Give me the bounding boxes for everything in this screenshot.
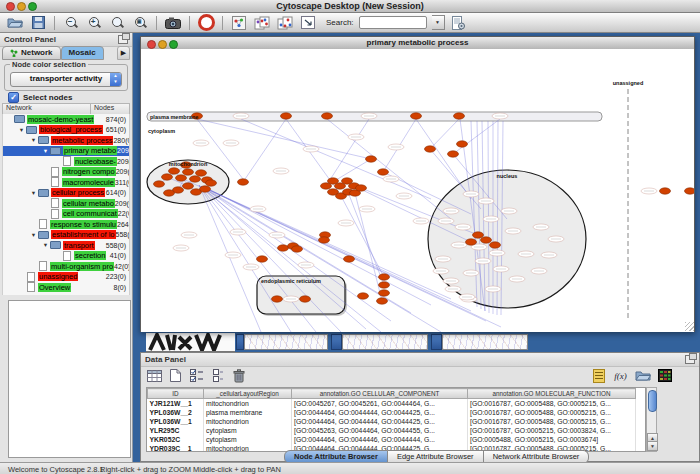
tree-row-cellular-process[interactable]: ▼cellular process614(0) xyxy=(3,188,129,199)
scroll-down-button[interactable]: ▼ xyxy=(647,441,658,451)
edge[interactable] xyxy=(326,119,369,186)
cell[interactable]: [GO:0045267, GO:0045261, GO:0044464, G..… xyxy=(292,399,468,409)
search-input[interactable] xyxy=(359,16,427,29)
network-node[interactable] xyxy=(154,181,165,187)
tree-row-biological-process[interactable]: ▼biological_process651(0) xyxy=(3,125,129,136)
expander-icon[interactable]: ▼ xyxy=(41,242,50,248)
tab-network[interactable]: Network xyxy=(2,46,61,60)
table-row-ypl036w-1[interactable]: YPL036W__1mitochondrion[GO:0044464, GO:0… xyxy=(148,417,636,426)
cell[interactable]: mitochondrion xyxy=(204,399,292,409)
network-node[interactable] xyxy=(183,169,194,175)
network-node[interactable] xyxy=(176,175,187,181)
cell[interactable]: [GO:0016787, GO:0005488, GO:0005215, G..… xyxy=(468,399,636,409)
network-node[interactable] xyxy=(322,113,333,119)
network-node[interactable] xyxy=(200,186,211,192)
network-node[interactable] xyxy=(272,296,283,302)
annotation-button[interactable] xyxy=(299,14,317,31)
cell[interactable]: YDR039C__1 xyxy=(148,444,204,452)
network-node[interactable] xyxy=(183,183,194,189)
network-node[interactable] xyxy=(169,168,180,174)
network-node[interactable] xyxy=(466,239,477,245)
table-row-ykr052c[interactable]: YKR052Ccytoplasm[GO:0044464, GO:0044446,… xyxy=(148,435,636,444)
cell[interactable]: mitochondrion xyxy=(204,417,292,426)
float-window-icon[interactable] xyxy=(118,35,128,44)
network-node[interactable] xyxy=(457,141,468,147)
attribute-table[interactable]: ID_cellularLayoutRegionannotation.GO CEL… xyxy=(146,387,646,452)
formula-button[interactable]: f(x) xyxy=(612,367,629,384)
tree-row-overview[interactable]: Overview8(0) xyxy=(3,282,129,293)
table-row-yjr121w-1[interactable]: YJR121W__1mitochondrion[GO:0045267, GO:0… xyxy=(148,399,636,409)
tree-row-multi-organism-pro[interactable]: multi-organism pro42(0) xyxy=(3,261,129,272)
network-node[interactable] xyxy=(278,245,289,251)
network-node[interactable] xyxy=(454,113,465,119)
network-node[interactable] xyxy=(660,188,671,194)
cell[interactable]: YKR052C xyxy=(148,435,204,444)
column-header-annotation-go-molecular-function[interactable]: annotation.GO MOLECULAR_FUNCTION xyxy=(468,389,636,399)
cell[interactable]: [GO:0005488, GO:0005215, GO:0003674] xyxy=(468,435,636,444)
network-node[interactable] xyxy=(473,232,484,238)
expander-icon[interactable]: ▼ xyxy=(29,232,38,238)
network-node[interactable] xyxy=(206,180,217,186)
import-attributes-button[interactable] xyxy=(634,367,651,384)
tree-row-nitrogen-compo[interactable]: nitrogen compo209(0) xyxy=(3,167,129,178)
network-node[interactable] xyxy=(344,256,355,262)
network-node[interactable] xyxy=(356,185,367,191)
zoom-out-button[interactable]: − xyxy=(62,14,80,31)
table-scrollbar[interactable]: ▲ ▼ xyxy=(646,387,657,452)
select-attributes-button[interactable] xyxy=(146,367,163,384)
tree-row-metabolic-process[interactable]: ▼metabolic process280(0) xyxy=(3,135,129,146)
network-node[interactable] xyxy=(379,274,390,280)
expander-icon[interactable]: ▼ xyxy=(29,190,38,196)
tree-row-transport[interactable]: ▼transport558(0) xyxy=(3,240,129,251)
cell[interactable]: YPL036W__1 xyxy=(148,417,204,426)
cell[interactable]: [GO:0044464, GO:0044444, GO:0044425, G..… xyxy=(292,408,468,417)
column-header-annotation-go-cellular-component[interactable]: annotation.GO CELLULAR_COMPONENT xyxy=(292,389,468,399)
network-node[interactable] xyxy=(490,242,501,248)
background-window-titlebar[interactable] xyxy=(431,334,442,350)
tab-mosaic[interactable]: Mosaic xyxy=(61,46,104,60)
column-header-cellularlayoutregion[interactable]: _cellularLayoutRegion xyxy=(204,389,292,399)
network-node[interactable] xyxy=(190,176,201,182)
network-node[interactable] xyxy=(196,170,207,176)
network-node[interactable] xyxy=(319,237,330,243)
background-window-sliver[interactable] xyxy=(146,333,235,352)
save-button[interactable] xyxy=(29,14,47,31)
network-node[interactable] xyxy=(238,179,249,185)
help-button[interactable] xyxy=(197,14,215,31)
cell[interactable]: cytoplasm xyxy=(204,435,292,444)
column-header-id[interactable]: ID xyxy=(148,389,204,399)
tree-row-cellular-metabo[interactable]: cellular metabo209(0) xyxy=(3,198,129,209)
network-node[interactable] xyxy=(358,293,369,299)
snapshot-button[interactable] xyxy=(164,14,182,31)
cell[interactable]: [GO:0045263, GO:0044464, GO:0044455, G..… xyxy=(292,426,468,435)
cell[interactable]: YLR295C xyxy=(148,426,204,435)
float-window-icon[interactable] xyxy=(685,355,695,364)
tree-row-nucleobase[interactable]: nucleobase-209(0) xyxy=(3,156,129,167)
scrollbar-thumb[interactable] xyxy=(648,390,657,412)
network-node[interactable] xyxy=(481,237,492,243)
birds-eye-view[interactable] xyxy=(8,300,131,458)
network-node[interactable] xyxy=(377,298,388,304)
tree-row-unassigned[interactable]: unassigned223(0) xyxy=(3,272,129,283)
background-window-sliver[interactable] xyxy=(244,334,328,350)
network-node[interactable] xyxy=(162,174,173,180)
network-node[interactable] xyxy=(425,146,436,152)
zoom-selected-button[interactable]: ▣ xyxy=(131,14,149,31)
zoom-fit-button[interactable] xyxy=(108,14,126,31)
attribute-list-button[interactable] xyxy=(590,367,607,384)
cell[interactable]: [GO:0044464, GO:0044446, GO:0044444, G..… xyxy=(292,435,468,444)
network-node[interactable] xyxy=(281,113,292,119)
network-node[interactable] xyxy=(366,156,377,162)
tree-row-secretion[interactable]: secretion41(0) xyxy=(3,251,129,262)
tab-scroll-right-button[interactable]: ▶ xyxy=(117,46,130,60)
expander-icon[interactable]: ▼ xyxy=(17,127,26,133)
table-row-ylr295c[interactable]: YLR295Ccytoplasm[GO:0045263, GO:0044464,… xyxy=(148,426,636,435)
network-node[interactable] xyxy=(300,296,311,302)
network-node[interactable] xyxy=(379,282,390,288)
network-tree[interactable]: mosaic-demo-yeast874(0)▼biological_proce… xyxy=(2,114,130,295)
session-button[interactable] xyxy=(450,14,468,31)
network-overlay-1-button[interactable] xyxy=(253,14,271,31)
new-attribute-button[interactable] xyxy=(167,367,184,384)
unselect-all-attributes-button[interactable] xyxy=(209,367,226,384)
tree-row-mosaic-demo-yeast[interactable]: mosaic-demo-yeast874(0) xyxy=(3,114,129,125)
